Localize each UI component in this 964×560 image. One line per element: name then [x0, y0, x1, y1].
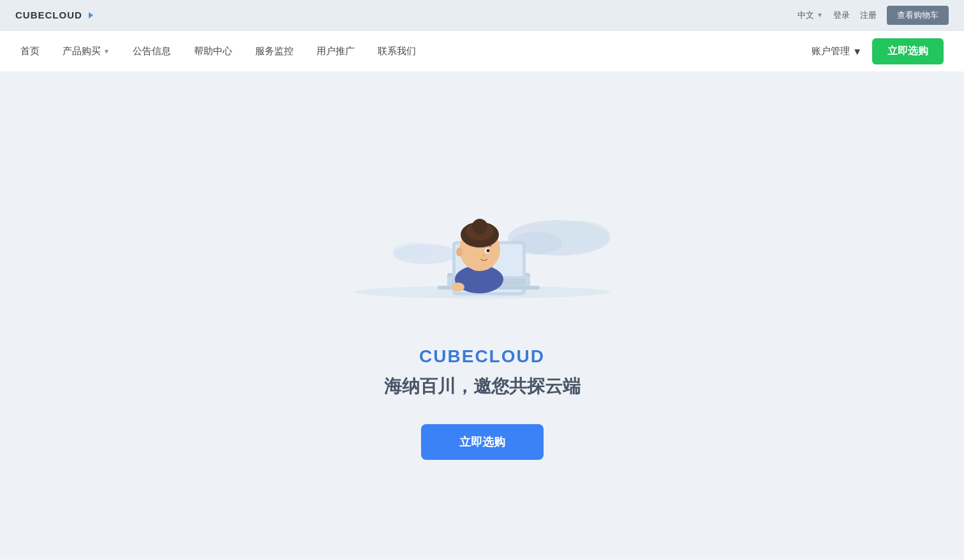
hero-subtitle: 海纳百川，邀您共探云端: [384, 374, 581, 399]
nav-announcements[interactable]: 公告信息: [133, 45, 171, 57]
nav-referral[interactable]: 用户推广: [316, 45, 355, 57]
nav-items: 首页 产品购买 ▼ 公告信息 帮助中心 服务监控 用户推广 联系我们: [20, 45, 812, 57]
svg-point-23: [482, 254, 486, 257]
cart-button[interactable]: 查看购物车: [887, 6, 949, 25]
logo-triangle-icon: [89, 12, 93, 18]
language-selector[interactable]: 中文 ▼: [797, 10, 823, 21]
svg-point-5: [393, 242, 431, 259]
svg-point-21: [486, 249, 489, 253]
hero-illustration: C: [348, 155, 616, 321]
hero-section: C: [0, 71, 964, 556]
chevron-down-icon: ▼: [852, 46, 862, 57]
nav-products[interactable]: 产品购买 ▼: [63, 45, 110, 57]
language-label: 中文: [797, 10, 814, 21]
nav-home[interactable]: 首页: [20, 45, 40, 57]
hero-title: CUBECLOUD: [419, 346, 545, 367]
top-bar-logo-area: CUBECLOUD: [15, 10, 93, 20]
hero-buy-button[interactable]: 立即选购: [421, 424, 544, 460]
svg-point-24: [452, 283, 464, 291]
account-management[interactable]: 账户管理 ▼: [812, 45, 862, 57]
top-bar: CUBECLOUD 中文 ▼ 登录 注册 查看购物车: [0, 0, 964, 31]
top-bar-actions: 中文 ▼ 登录 注册 查看购物车: [797, 6, 949, 25]
svg-point-19: [472, 219, 487, 234]
nav-contact[interactable]: 联系我们: [378, 45, 416, 57]
main-nav: 首页 产品购买 ▼ 公告信息 帮助中心 服务监控 用户推广 联系我们 账户管理 …: [0, 31, 964, 71]
nav-right: 账户管理 ▼ 立即选购: [812, 38, 944, 64]
chevron-down-icon: ▼: [103, 48, 110, 55]
svg-point-22: [456, 247, 463, 256]
register-link[interactable]: 注册: [860, 10, 877, 21]
nav-help[interactable]: 帮助中心: [194, 45, 232, 57]
logo-text: CUBECLOUD: [15, 10, 82, 20]
nav-monitor[interactable]: 服务监控: [255, 45, 293, 57]
nav-buy-now-button[interactable]: 立即选购: [872, 38, 944, 64]
login-link[interactable]: 登录: [833, 10, 850, 21]
chevron-down-icon: ▼: [817, 11, 823, 18]
